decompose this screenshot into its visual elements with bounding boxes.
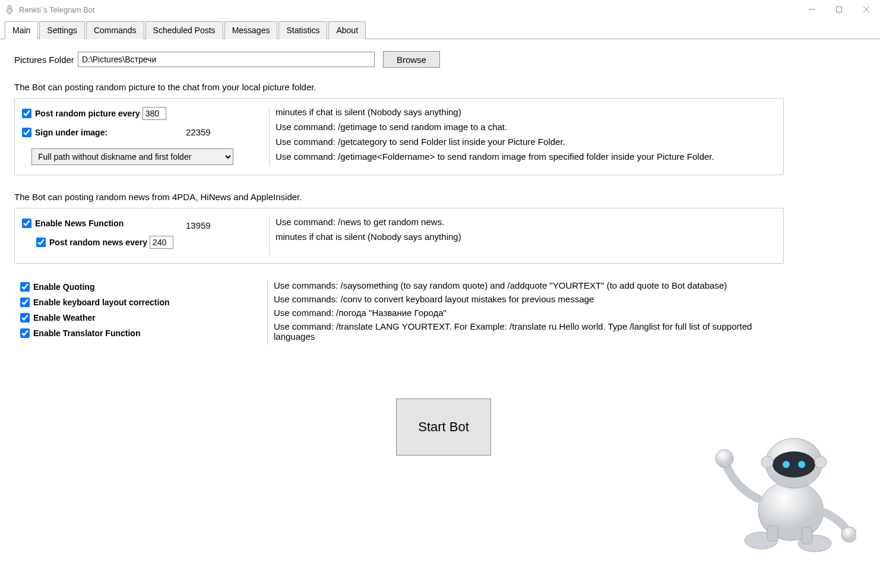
svg-rect-3 (837, 7, 842, 12)
enable-news-checkbox[interactable] (22, 219, 31, 228)
svg-rect-18 (802, 527, 812, 544)
picture-help-2: Use command: /getimage to send random im… (276, 122, 774, 132)
robot-image (702, 422, 856, 552)
post-random-news-label: Post random news every (49, 238, 147, 247)
translator-help: Use command: /translate LANG YOURTEXT. F… (274, 321, 784, 342)
window-title: Renkti`s Telegram Bot (19, 5, 95, 14)
tab-main[interactable]: Main (5, 21, 38, 39)
pictures-folder-label: Pictures Folder (14, 55, 74, 65)
picture-group: Post random picture every Sign under ima… (14, 98, 784, 175)
tab-settings[interactable]: Settings (39, 21, 85, 39)
post-random-picture-label: Post random picture every (35, 109, 140, 118)
maximize-button[interactable] (825, 0, 853, 19)
app-icon (5, 5, 14, 14)
picture-help-1: minutes if chat is silent (Nobody says a… (276, 107, 774, 117)
tab-statistics[interactable]: Statistics (278, 21, 327, 39)
quoting-help: Use commands: /saysomething (to say rand… (274, 280, 784, 290)
enable-weather-checkbox[interactable] (20, 313, 30, 323)
svg-point-1 (8, 6, 11, 9)
post-random-news-value[interactable] (150, 236, 173, 249)
news-group: Enable News Function 13959 Post random n… (14, 208, 784, 264)
tab-bar: Main Settings Commands Scheduled Posts M… (0, 21, 880, 39)
news-group-title: The Bot can posting random news from 4PD… (14, 192, 873, 202)
browse-button[interactable]: Browse (383, 51, 440, 68)
news-count-badge: 13959 (186, 220, 211, 230)
close-button[interactable] (853, 0, 880, 19)
tab-commands[interactable]: Commands (86, 21, 144, 39)
picture-count-badge: 22359 (186, 127, 211, 137)
news-help-1: Use command: /news to get random news. (276, 217, 774, 227)
tab-scheduled-posts[interactable]: Scheduled Posts (145, 21, 223, 39)
enable-weather-label: Enable Weather (33, 313, 96, 323)
svg-rect-17 (767, 526, 778, 541)
start-bot-button[interactable]: Start Bot (396, 399, 491, 456)
svg-point-8 (773, 451, 815, 478)
news-help-2: minutes if chat is silent (Nobody says a… (276, 232, 774, 242)
titlebar: Renkti`s Telegram Bot (0, 0, 880, 19)
svg-point-14 (841, 527, 856, 542)
post-random-news-checkbox[interactable] (36, 238, 46, 247)
enable-translator-checkbox[interactable] (20, 328, 30, 338)
svg-point-9 (783, 461, 790, 468)
svg-point-12 (815, 456, 827, 468)
sign-under-image-checkbox[interactable] (22, 128, 31, 137)
sign-format-combo[interactable]: Full path without diskname and first fol… (31, 148, 233, 165)
weather-help: Use command: /погода "Название Города" (274, 308, 784, 318)
sign-under-image-label: Sign under image: (35, 128, 107, 137)
post-random-picture-checkbox[interactable] (22, 109, 31, 118)
enable-layout-checkbox[interactable] (20, 298, 30, 307)
svg-point-11 (761, 456, 773, 468)
tab-about[interactable]: About (328, 21, 366, 39)
picture-help-3: Use command: /getcategory to send Folder… (276, 137, 774, 147)
picture-group-title: The Bot can posting random picture to th… (14, 82, 873, 92)
enable-layout-label: Enable keyboard layout correction (33, 298, 170, 307)
post-random-picture-value[interactable] (143, 107, 166, 120)
tab-messages[interactable]: Messages (224, 21, 278, 39)
layout-help: Use commands: /conv to convert keyboard … (274, 294, 784, 304)
svg-point-13 (716, 450, 733, 467)
picture-help-4: Use command: /getimage<Foldername> to se… (276, 151, 774, 162)
enable-quoting-label: Enable Quoting (33, 282, 94, 292)
enable-news-label: Enable News Function (35, 219, 124, 228)
enable-translator-label: Enable Translator Function (33, 328, 140, 338)
svg-point-10 (798, 461, 805, 468)
minimize-button[interactable] (798, 0, 825, 19)
enable-quoting-checkbox[interactable] (20, 282, 30, 292)
pictures-folder-input[interactable] (78, 52, 375, 67)
